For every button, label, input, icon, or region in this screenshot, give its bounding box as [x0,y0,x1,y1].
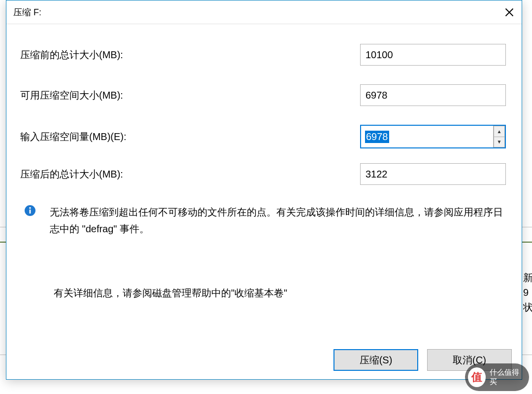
bg-side-text: 新 9 状 [523,270,532,315]
value-total-after: 3122 [360,163,506,185]
value-total-before: 10100 [360,44,506,66]
close-icon [505,8,514,17]
info-block: 无法将卷压缩到超出任何不可移动的文件所在的点。有关完成该操作时间的详细信息，请参… [20,204,513,237]
dialog-content: 压缩前的总计大小(MB): 10100 可用压缩空间大小(MB): 6978 输… [6,24,522,341]
dialog-title: 压缩 F: [13,6,41,18]
label-total-after: 压缩后的总计大小(MB): [20,168,360,181]
shrink-amount-value: 6978 [365,131,389,143]
label-available-shrink: 可用压缩空间大小(MB): [20,89,360,102]
spinner-down[interactable]: ▼ [494,137,505,148]
shrink-amount-input[interactable]: 6978 [361,126,493,147]
row-total-before: 压缩前的总计大小(MB): 10100 [20,44,513,66]
row-available-shrink: 可用压缩空间大小(MB): 6978 [20,84,513,106]
row-total-after: 压缩后的总计大小(MB): 3122 [20,163,513,185]
row-shrink-amount: 输入压缩空间量(MB)(E): 6978 ▲ ▼ [20,125,513,148]
watermark-icon: 值 [468,367,486,387]
svg-rect-3 [30,210,31,214]
info-text: 无法将卷压缩到超出任何不可移动的文件所在的点。有关完成该操作时间的详细信息，请参… [50,204,503,237]
help-text: 有关详细信息，请参阅磁盘管理帮助中的"收缩基本卷" [20,287,513,300]
spinner-up[interactable]: ▲ [494,126,505,137]
label-shrink-amount: 输入压缩空间量(MB)(E): [20,130,360,143]
label-total-before: 压缩前的总计大小(MB): [20,48,360,62]
svg-point-4 [29,207,31,209]
shrink-button[interactable]: 压缩(S) [333,349,418,371]
spinner-buttons: ▲ ▼ [493,126,505,147]
close-button[interactable] [497,0,522,24]
watermark-text: 什么值得买 [490,368,523,387]
watermark-badge: 值 什么值得买 [465,363,529,391]
button-row: 压缩(S) 取消(C) [6,341,522,379]
titlebar: 压缩 F: [6,0,522,24]
value-available-shrink: 6978 [360,84,506,106]
shrink-amount-spinner[interactable]: 6978 ▲ ▼ [360,125,506,148]
info-icon [24,205,36,216]
shrink-volume-dialog: 压缩 F: 压缩前的总计大小(MB): 10100 可用压缩空间大小(MB): … [6,0,522,380]
info-icon-col [20,204,50,237]
